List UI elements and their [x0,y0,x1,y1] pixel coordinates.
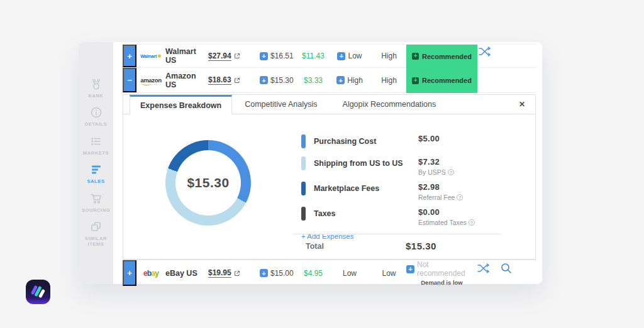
total-row: Total $15.30 [306,241,501,251]
expand-button[interactable]: + [123,260,136,286]
total-label: Total [306,242,406,251]
legend-marker [301,156,306,170]
plus-icon[interactable]: + [260,269,268,277]
profit-value: $3.33 [299,76,328,85]
demand-value: High [347,76,363,85]
tab-expenses-breakdown[interactable]: Expenses Breakdown [130,95,232,114]
total-value: $15.30 [406,241,501,251]
sidebar-label: SOURCING [82,207,110,213]
panel-tabbar: Expenses Breakdown Competitive Analysis … [123,95,535,114]
bar-chart-icon [89,163,103,177]
price-link[interactable]: $27.94 [208,52,231,61]
recommendation-cell: + Recommended [406,45,477,67]
plus-icon[interactable]: + [337,52,345,60]
expenses-legend: Purchasing Cost $5.00 Shipping from US t… [301,134,509,241]
zoom-icon[interactable] [501,263,512,274]
tab-algopix-recommendations[interactable]: Algopix Recommendations [330,95,449,114]
sidebar-item-details[interactable]: DETAILS [79,106,113,127]
legend-label: Shipping from US to US [314,156,418,168]
info-icon[interactable]: ? [457,194,463,200]
legend-marker [301,134,306,148]
legend-amount: $5.00 [418,134,509,143]
total-divider [293,234,501,234]
price-link[interactable]: $19.95 [208,268,231,278]
price-cell: $19.95 [208,268,260,278]
profit-value: $11.43 [299,52,328,60]
demand-value: Low [343,269,357,278]
info-icon[interactable]: ? [448,169,454,175]
badge-plus-icon: + [412,77,419,84]
legend-note: Estimated Taxes ? [418,219,509,226]
marketplace-name: Walmart US [165,47,208,65]
shuffle-icon[interactable] [477,263,490,273]
table-row-amazon: − amazon Amazon US $18.63 + $15.30 $3.33 [123,68,536,93]
cost-value: $16.51 [270,52,294,60]
expand-button[interactable]: + [123,45,136,67]
external-link-icon [234,270,240,276]
close-icon[interactable]: ✕ [519,100,525,109]
sidebar-item-sales[interactable]: SALES [79,163,113,184]
shuffle-icon[interactable] [479,46,491,57]
amazon-smile-icon [142,82,151,85]
collapse-button[interactable]: − [123,68,136,92]
external-link-icon [234,77,240,84]
demand-value: Low [348,52,362,60]
legend-amount: $0.00 [418,207,440,217]
sidebar-item-rank[interactable]: RANK [79,77,113,99]
sidebar-label: DETAILS [85,121,108,127]
plus-icon[interactable]: + [260,76,268,84]
amazon-logo: amazon [136,77,165,84]
copy-icon [89,220,103,234]
price-cell: $27.94 [208,52,260,61]
sidebar-item-markets[interactable]: MARKETS [79,134,113,156]
main-content: + Walmart ✱ Walmart US $27.94 + $16.51 $… [123,42,536,284]
marketplace-name: eBay US [165,269,208,278]
list-icon [89,134,103,148]
plus-icon[interactable]: + [260,52,268,60]
external-link-icon [234,53,240,59]
info-icon[interactable]: ? [469,219,475,226]
profit-value: $4.95 [299,269,328,278]
badge-plus-icon: + [412,53,419,60]
plus-icon[interactable]: + [336,76,345,84]
legend-item-purchasing-cost: Purchasing Cost $5.00 [301,134,509,148]
demand-cell: + High [328,76,372,85]
demand-cell: + Low [328,52,372,60]
medal-icon [89,77,103,91]
expenses-panel: Expenses Breakdown Competitive Analysis … [123,94,536,260]
app-card: RANK DETAILS MARKETS SALES SOURCING [79,42,542,284]
donut-center-label: $15.30 [165,140,251,226]
tab-competitive-analysis[interactable]: Competitive Analysis [232,95,330,114]
badge-label: Recommended [422,77,472,84]
legend-item-marketplace-fees: Marketplace Fees $2.98 Referral Fee ? [301,181,509,201]
ebay-logo: e b a y [136,269,165,278]
sidebar-item-sourcing[interactable]: SOURCING [79,192,113,213]
cost-cell: + $15.30 [260,76,299,85]
legend-label: Purchasing Cost [314,134,418,146]
cart-icon [89,192,103,205]
recommendation-note: Demand is low [421,279,463,286]
price-link[interactable]: $18.63 [208,75,231,85]
recommended-badge: + Recommended [406,68,477,93]
legend-item-shipping: Shipping from US to US $7.32 By USPS ? [301,156,509,176]
legend-label: Marketplace Fees [314,181,418,193]
sidebar-label: MARKETS [83,150,109,156]
sidebar: RANK DETAILS MARKETS SALES SOURCING [79,42,113,284]
sidebar-item-similar-items[interactable]: SIMILAR ITEMS [79,220,113,248]
sidebar-label: SIMILAR ITEMS [82,236,111,248]
competition-value: High [372,76,406,85]
walmart-spark-icon: ✱ [157,53,162,59]
plus-icon[interactable]: + [406,265,414,273]
legend-amount: $2.98 [418,182,440,192]
competition-value: High [372,52,406,60]
brand-logo [26,280,50,304]
legend-marker [301,182,306,195]
competition-value: Low [372,269,406,278]
cost-value: $15.00 [270,269,294,278]
recommended-badge: + Recommended [406,45,477,68]
badge-label: Recommended [422,53,472,60]
legend-label: Taxes [314,206,418,218]
legend-item-taxes: Taxes $0.00 Estimated Taxes ? [301,206,509,226]
cost-cell: + $16.51 [260,52,299,60]
info-icon [89,106,103,119]
